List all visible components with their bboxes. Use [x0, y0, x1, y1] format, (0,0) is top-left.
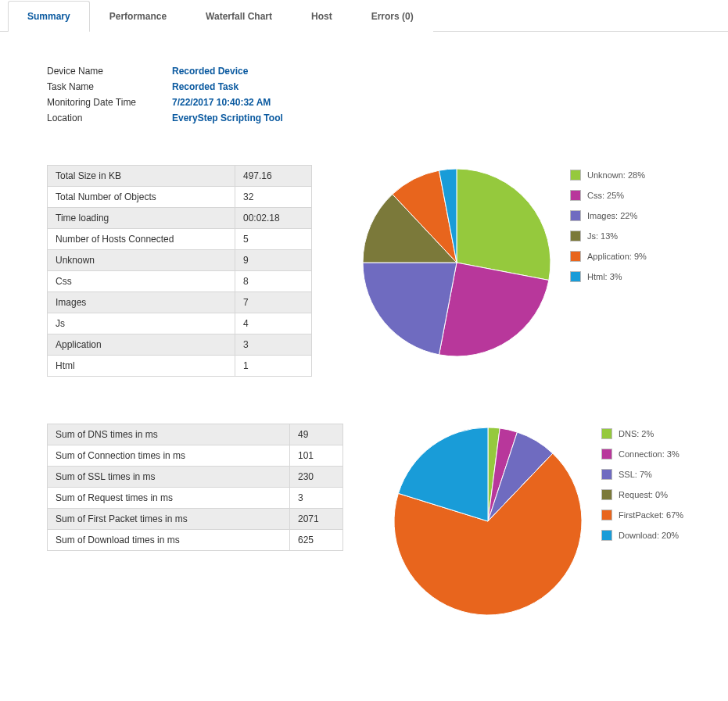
legend-label: Download: 20% [619, 531, 679, 540]
legend-item: Unknown: 28% [570, 170, 647, 181]
pie-slice [457, 169, 550, 280]
times-table: Sum of DNS times in ms49Sum of Connectio… [47, 424, 343, 551]
metric-label: Sum of SSL times in ms [48, 467, 290, 488]
table-row: Sum of Request times in ms3 [48, 488, 343, 509]
times-section: Sum of DNS times in ms49Sum of Connectio… [47, 424, 705, 619]
metric-value: 9 [235, 250, 312, 271]
legend-swatch [570, 170, 581, 181]
metric-value: 101 [290, 445, 343, 467]
metric-value: 32 [235, 187, 312, 208]
metric-label: Application [48, 334, 235, 356]
monitoring-date-time-label: Monitoring Date Time [47, 95, 172, 110]
legend-swatch [570, 210, 581, 221]
metric-label: Sum of First Packet times in ms [48, 509, 290, 530]
objects-section: Total Size in KB497.16Total Number of Ob… [47, 165, 705, 377]
legend-swatch [601, 489, 612, 500]
metric-label: Sum of Download times in ms [48, 530, 290, 551]
table-row: Js4 [48, 313, 312, 334]
tab-waterfall-chart[interactable]: Waterfall Chart [186, 1, 292, 32]
metric-value: 497.16 [235, 166, 312, 187]
legend-label: SSL: 7% [619, 470, 652, 479]
table-row: Time loading00:02.18 [48, 208, 312, 229]
table-row: Total Size in KB497.16 [48, 166, 312, 187]
table-row: Sum of Connection times in ms101 [48, 445, 343, 467]
device-name-label: Device Name [47, 63, 172, 79]
metric-label: Total Size in KB [48, 166, 235, 187]
metric-label: Unknown [48, 250, 235, 271]
legend-item: Download: 20% [601, 530, 683, 541]
legend-label: Js: 13% [587, 231, 618, 241]
legend-label: Unknown: 28% [587, 170, 645, 180]
legend-item: Html: 3% [570, 271, 647, 282]
table-row: Html1 [48, 356, 312, 377]
legend-swatch [601, 449, 612, 460]
legend-item: DNS: 2% [601, 428, 683, 439]
table-row: Sum of First Packet times in ms2071 [48, 509, 343, 530]
metric-label: Time loading [48, 208, 235, 229]
legend-item: Images: 22% [570, 210, 647, 221]
legend-swatch [570, 231, 581, 241]
metric-value: 3 [290, 488, 343, 509]
times-pie-chart [390, 424, 586, 619]
task-name-value: Recorded Task [172, 79, 238, 95]
metric-value: 5 [235, 229, 312, 250]
legend-item: SSL: 7% [601, 469, 683, 480]
legend-item: Js: 13% [570, 231, 647, 241]
table-row: Css8 [48, 271, 312, 292]
objects-chart-block: Unknown: 28%Css: 25%Images: 22%Js: 13%Ap… [359, 165, 647, 360]
metric-label: Css [48, 271, 235, 292]
tab-bar: Summary Performance Waterfall Chart Host… [0, 0, 728, 32]
table-row: Application3 [48, 334, 312, 356]
legend-item: Request: 0% [601, 489, 683, 500]
times-legend: DNS: 2%Connection: 3%SSL: 7%Request: 0%F… [601, 428, 683, 550]
legend-swatch [570, 251, 581, 262]
table-row: Unknown9 [48, 250, 312, 271]
legend-label: Html: 3% [587, 272, 622, 281]
tab-performance[interactable]: Performance [90, 1, 186, 32]
legend-label: Images: 22% [587, 211, 637, 220]
legend-item: Css: 25% [570, 190, 647, 201]
metric-value: 8 [235, 271, 312, 292]
table-row: Number of Hosts Connected5 [48, 229, 312, 250]
objects-pie-chart [359, 165, 554, 360]
legend-item: Connection: 3% [601, 449, 683, 460]
legend-swatch [570, 271, 581, 282]
info-block: Device Name Recorded Device Task Name Re… [47, 63, 705, 126]
legend-item: Application: 9% [570, 251, 647, 262]
metric-label: Number of Hosts Connected [48, 229, 235, 250]
tab-errors[interactable]: Errors (0) [352, 1, 433, 32]
metric-value: 3 [235, 334, 312, 356]
metric-value: 1 [235, 356, 312, 377]
legend-label: Application: 9% [587, 252, 647, 261]
monitoring-date-time-value: 7/22/2017 10:40:32 AM [172, 95, 271, 110]
task-name-label: Task Name [47, 79, 172, 95]
legend-swatch [601, 510, 612, 520]
metric-label: Html [48, 356, 235, 377]
table-row: Images7 [48, 292, 312, 313]
legend-swatch [601, 428, 612, 439]
tab-host[interactable]: Host [292, 1, 352, 32]
metric-label: Sum of Request times in ms [48, 488, 290, 509]
location-label: Location [47, 110, 172, 126]
metric-label: Js [48, 313, 235, 334]
table-row: Sum of DNS times in ms49 [48, 424, 343, 445]
metric-value: 7 [235, 292, 312, 313]
legend-label: Request: 0% [619, 490, 668, 499]
legend-label: Connection: 3% [619, 449, 680, 459]
metric-label: Sum of DNS times in ms [48, 424, 290, 445]
legend-swatch [570, 190, 581, 201]
metric-value: 4 [235, 313, 312, 334]
metric-label: Sum of Connection times in ms [48, 445, 290, 467]
legend-label: FirstPacket: 67% [619, 510, 683, 520]
tab-summary[interactable]: Summary [8, 1, 90, 32]
metric-value: 625 [290, 530, 343, 551]
objects-legend: Unknown: 28%Css: 25%Images: 22%Js: 13%Ap… [570, 170, 647, 291]
legend-item: FirstPacket: 67% [601, 510, 683, 520]
objects-table: Total Size in KB497.16Total Number of Ob… [47, 165, 312, 377]
metric-label: Images [48, 292, 235, 313]
metric-value: 2071 [290, 509, 343, 530]
pie-slice [439, 263, 549, 356]
metric-label: Total Number of Objects [48, 187, 235, 208]
table-row: Sum of Download times in ms625 [48, 530, 343, 551]
device-name-value: Recorded Device [172, 63, 248, 79]
